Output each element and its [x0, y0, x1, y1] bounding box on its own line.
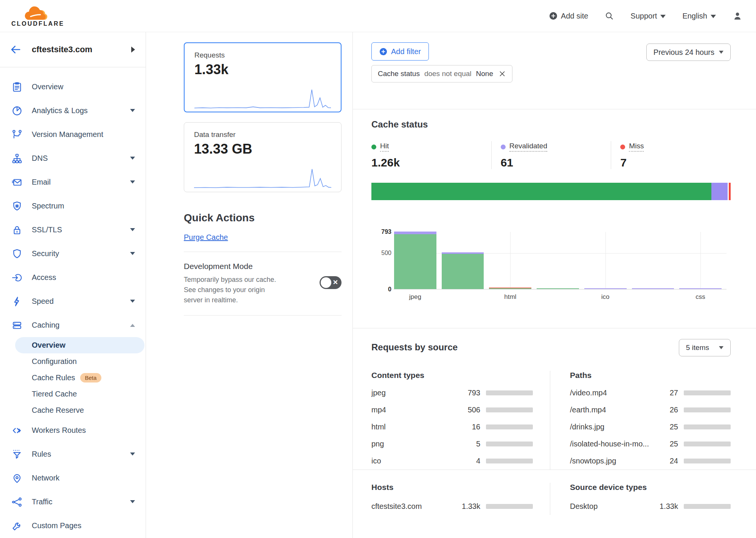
cloudflare-logo[interactable]: CLOUDFLARE [11, 5, 64, 27]
sidebar-item-overview[interactable]: Overview [0, 75, 146, 99]
bar-mp4 [442, 252, 484, 289]
sidebar-item-custom-pages[interactable]: Custom Pages [0, 514, 146, 538]
support-menu[interactable]: Support [630, 12, 666, 20]
chevron-down-icon [711, 15, 716, 18]
requests-card-title: Requests [194, 51, 331, 59]
sidebar-subitem-cache-rules[interactable]: Cache RulesBeta [0, 370, 146, 386]
sidebar-item-version-management[interactable]: Version Management [0, 123, 146, 146]
site-switcher-chevron-icon[interactable] [131, 47, 135, 53]
sidebar-item-security[interactable]: Security [0, 242, 146, 266]
wrench-icon [11, 520, 23, 532]
source-columns-top: Content typesjpeg793mp4506html16png5ico4… [371, 371, 731, 470]
site-name[interactable]: cftestsite3.com [32, 45, 131, 54]
bar-segment-revalidated [679, 288, 722, 289]
x-axis-label: ico [583, 293, 628, 301]
search-button[interactable] [605, 11, 614, 20]
items-count-selector[interactable]: 5 items [679, 339, 731, 356]
source-row-value: 1.33k [453, 502, 480, 511]
data-transfer-card[interactable]: Data transfer 13.33 GB [184, 122, 342, 192]
sidebar-item-access[interactable]: Access [0, 266, 146, 289]
account-button[interactable] [733, 11, 742, 21]
sidebar-item-traffic[interactable]: Traffic [0, 490, 146, 514]
legend-dot-icon [371, 145, 376, 149]
legend-label[interactable]: Revalidated [509, 142, 547, 152]
sidebar-item-email[interactable]: Email [0, 170, 146, 194]
source-row-bar [684, 424, 731, 429]
sidebar-item-network[interactable]: Network [0, 466, 146, 490]
development-mode-title: Development Mode [184, 262, 342, 271]
top-bar: CLOUDFLARE Add site Support English [0, 0, 756, 32]
sidebar-item-rules[interactable]: Rules [0, 442, 146, 466]
sidebar-item-spectrum[interactable]: Spectrum [0, 194, 146, 218]
sidebar-subitem-configuration[interactable]: Configuration [0, 353, 146, 370]
sidebar-item-dns[interactable]: DNS [0, 146, 146, 170]
version-icon [11, 129, 23, 140]
source-row-label: /earth.mp4 [570, 406, 651, 414]
sidebar-subitem-overview[interactable]: Overview [15, 337, 144, 353]
add-filter-button[interactable]: Add filter [371, 42, 429, 61]
sidebar-item-caching[interactable]: Caching [0, 313, 146, 337]
back-arrow-icon[interactable] [10, 44, 21, 55]
source-section-title: Hosts [371, 483, 533, 492]
chevron-up-icon [130, 323, 135, 327]
gridline [510, 232, 511, 289]
sidebar-item-analytics-logs[interactable]: Analytics & Logs [0, 99, 146, 123]
source-row-label: cftestsite3.com [371, 502, 453, 511]
development-mode-toggle[interactable]: ✕ [320, 276, 342, 289]
filter-toolbar: Add filter Cache status does not equal N… [353, 32, 756, 109]
source-row-bar [486, 424, 533, 429]
cloudflare-cloud-icon [23, 5, 53, 21]
site-header: cftestsite3.com [0, 32, 146, 67]
bar-other [632, 288, 674, 289]
source-row-value: 25 [651, 423, 678, 431]
sidebar-item-label: Analytics & Logs [32, 106, 130, 115]
filter-chip[interactable]: Cache status does not equal None [371, 65, 512, 82]
source-row-html: html16 [371, 418, 533, 435]
purge-cache-link[interactable]: Purge Cache [184, 233, 228, 242]
requests-card[interactable]: Requests 1.33k [184, 42, 342, 112]
caching-icon [11, 320, 23, 331]
time-range-selector[interactable]: Previous 24 hours [646, 44, 731, 61]
legend-label[interactable]: Hit [380, 142, 389, 152]
sidebar-item-speed[interactable]: Speed [0, 289, 146, 313]
sidebar-item-ssl-tls[interactable]: SSL/TLS [0, 218, 146, 242]
legend-value: 1.26k [371, 156, 491, 169]
cloudflare-wordmark: CLOUDFLARE [11, 20, 64, 27]
support-label: Support [630, 12, 657, 20]
requests-card-value: 1.33k [194, 62, 331, 78]
source-row-bar [684, 390, 731, 395]
sidebar-subitem-cache-reserve[interactable]: Cache Reserve [0, 402, 146, 418]
sidebar-item-workers-routes[interactable]: Workers Routes [0, 418, 146, 442]
overview-icon [11, 81, 23, 93]
bar-segment-revalidated [584, 288, 627, 289]
chevron-down-icon [130, 500, 135, 504]
x-axis-label: html [487, 293, 533, 301]
legend-label[interactable]: Miss [629, 142, 644, 152]
legend-item-miss: Miss7 [611, 141, 731, 169]
y-axis-tick: 0 [369, 286, 391, 293]
sidebar-subitem-label: Cache Rules [32, 373, 75, 382]
source-row-value: 16 [453, 423, 480, 431]
legend-dot-icon [620, 145, 625, 149]
network-icon [11, 473, 23, 484]
divider [184, 315, 342, 316]
remove-filter-icon[interactable] [498, 70, 506, 78]
language-menu[interactable]: English [682, 12, 716, 20]
source-row-label: /video.mp4 [570, 389, 651, 397]
y-axis-tick: 500 [369, 250, 391, 257]
add-site-button[interactable]: Add site [549, 12, 588, 20]
plus-circle-icon [549, 12, 557, 20]
source-row-label: html [371, 423, 453, 431]
source-row-mp4: mp4506 [371, 401, 533, 418]
x-axis-label: jpeg [393, 293, 438, 301]
source-row-bar [486, 407, 533, 412]
analytics-icon [11, 105, 23, 117]
sidebar-subitem-tiered-cache[interactable]: Tiered Cache [0, 386, 146, 402]
source-columns-bottom: Hostscftestsite3.com1.33k Source device … [371, 483, 731, 515]
sidebar-item-label: Workers Routes [32, 426, 146, 435]
sidebar-subitem-label: Cache Reserve [32, 406, 84, 415]
source-row-desktop: Desktop1.33k [570, 498, 731, 515]
stacked-segment-hit [371, 183, 711, 200]
bar-chart-plot-area: 0500793jpeghtmlicocss [394, 232, 727, 289]
data-transfer-sparkline-chart [194, 167, 331, 190]
